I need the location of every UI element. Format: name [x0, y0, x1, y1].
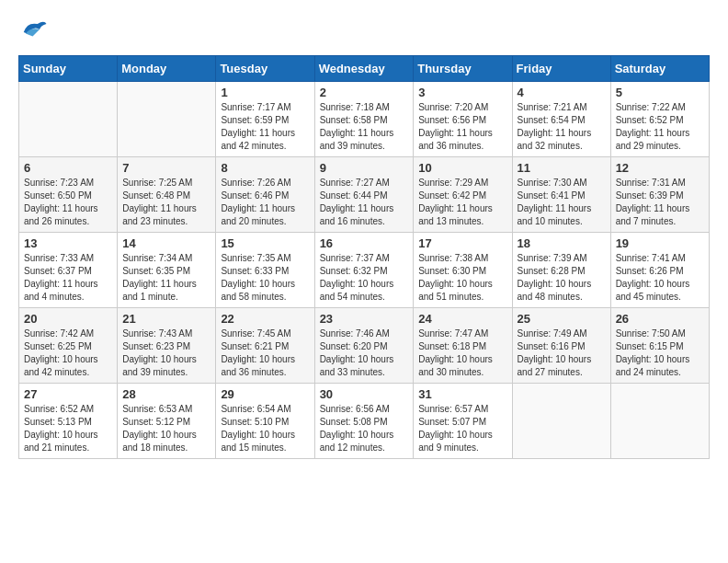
day-info: Sunrise: 6:52 AMSunset: 5:13 PMDaylight:…	[24, 403, 112, 454]
day-number: 18	[518, 236, 606, 250]
day-number: 25	[518, 312, 606, 326]
day-info: Sunrise: 7:37 AMSunset: 6:32 PMDaylight:…	[320, 252, 409, 304]
day-number: 27	[24, 387, 112, 401]
day-info: Sunrise: 6:56 AMSunset: 5:08 PMDaylight:…	[320, 403, 409, 454]
day-info: Sunrise: 7:20 AMSunset: 6:56 PMDaylight:…	[418, 101, 506, 153]
header-monday: Monday	[118, 56, 216, 82]
calendar-cell: 28Sunrise: 6:53 AMSunset: 5:12 PMDayligh…	[118, 384, 216, 459]
day-info: Sunrise: 7:29 AMSunset: 6:42 PMDaylight:…	[418, 177, 506, 228]
day-info: Sunrise: 7:39 AMSunset: 6:28 PMDaylight:…	[518, 252, 606, 304]
day-number: 17	[418, 236, 506, 250]
day-info: Sunrise: 7:49 AMSunset: 6:16 PMDaylight:…	[518, 327, 606, 379]
day-number: 30	[320, 387, 409, 401]
header-friday: Friday	[512, 56, 610, 82]
calendar-cell: 25Sunrise: 7:49 AMSunset: 6:16 PMDayligh…	[512, 308, 610, 384]
logo-bird-icon	[20, 18, 48, 40]
calendar-cell: 1Sunrise: 7:17 AMSunset: 6:59 PMDaylight…	[216, 82, 314, 157]
calendar-cell: 10Sunrise: 7:29 AMSunset: 6:42 PMDayligh…	[414, 157, 512, 233]
calendar-cell: 5Sunrise: 7:22 AMSunset: 6:52 PMDaylight…	[610, 82, 709, 157]
day-number: 29	[221, 387, 309, 401]
day-number: 8	[221, 161, 309, 175]
day-number: 13	[24, 236, 112, 250]
day-info: Sunrise: 7:50 AMSunset: 6:15 PMDaylight:…	[616, 327, 704, 379]
calendar-week-3: 13Sunrise: 7:33 AMSunset: 6:37 PMDayligh…	[19, 233, 710, 308]
calendar-cell	[118, 82, 216, 157]
day-info: Sunrise: 7:27 AMSunset: 6:44 PMDaylight:…	[320, 177, 409, 228]
calendar-cell: 17Sunrise: 7:38 AMSunset: 6:30 PMDayligh…	[414, 233, 512, 308]
calendar-cell: 4Sunrise: 7:21 AMSunset: 6:54 PMDaylight…	[512, 82, 610, 157]
day-info: Sunrise: 6:54 AMSunset: 5:10 PMDaylight:…	[221, 403, 309, 454]
day-info: Sunrise: 7:34 AMSunset: 6:35 PMDaylight:…	[122, 252, 210, 304]
day-info: Sunrise: 7:31 AMSunset: 6:39 PMDaylight:…	[616, 177, 704, 228]
day-info: Sunrise: 7:42 AMSunset: 6:25 PMDaylight:…	[24, 327, 112, 379]
calendar-cell: 2Sunrise: 7:18 AMSunset: 6:58 PMDaylight…	[314, 82, 414, 157]
day-info: Sunrise: 7:21 AMSunset: 6:54 PMDaylight:…	[518, 101, 606, 153]
day-info: Sunrise: 6:57 AMSunset: 5:07 PMDaylight:…	[418, 403, 506, 454]
day-number: 10	[418, 161, 506, 175]
day-info: Sunrise: 6:53 AMSunset: 5:12 PMDaylight:…	[122, 403, 210, 454]
day-number: 12	[616, 161, 704, 175]
day-info: Sunrise: 7:45 AMSunset: 6:21 PMDaylight:…	[221, 327, 309, 379]
day-info: Sunrise: 7:30 AMSunset: 6:41 PMDaylight:…	[518, 177, 606, 228]
day-info: Sunrise: 7:23 AMSunset: 6:50 PMDaylight:…	[24, 177, 112, 228]
day-number: 16	[320, 236, 409, 250]
day-number: 28	[122, 387, 210, 401]
calendar-cell: 27Sunrise: 6:52 AMSunset: 5:13 PMDayligh…	[19, 384, 118, 459]
day-info: Sunrise: 7:46 AMSunset: 6:20 PMDaylight:…	[320, 327, 409, 379]
calendar-cell: 18Sunrise: 7:39 AMSunset: 6:28 PMDayligh…	[512, 233, 610, 308]
calendar-cell: 14Sunrise: 7:34 AMSunset: 6:35 PMDayligh…	[118, 233, 216, 308]
header-sunday: Sunday	[19, 56, 118, 82]
day-info: Sunrise: 7:38 AMSunset: 6:30 PMDaylight:…	[418, 252, 506, 304]
page-header	[18, 18, 710, 40]
header-wednesday: Wednesday	[314, 56, 414, 82]
calendar-cell: 23Sunrise: 7:46 AMSunset: 6:20 PMDayligh…	[314, 308, 414, 384]
day-info: Sunrise: 7:41 AMSunset: 6:26 PMDaylight:…	[616, 252, 704, 304]
header-thursday: Thursday	[414, 56, 512, 82]
calendar-week-2: 6Sunrise: 7:23 AMSunset: 6:50 PMDaylight…	[19, 157, 710, 233]
header-tuesday: Tuesday	[216, 56, 314, 82]
calendar-cell: 29Sunrise: 6:54 AMSunset: 5:10 PMDayligh…	[216, 384, 314, 459]
day-number: 24	[418, 312, 506, 326]
calendar-week-5: 27Sunrise: 6:52 AMSunset: 5:13 PMDayligh…	[19, 384, 710, 459]
calendar-cell	[512, 384, 610, 459]
calendar-cell	[19, 82, 118, 157]
day-number: 15	[221, 236, 309, 250]
day-info: Sunrise: 7:47 AMSunset: 6:18 PMDaylight:…	[418, 327, 506, 379]
day-number: 7	[122, 161, 210, 175]
day-number: 1	[221, 86, 309, 99]
calendar-cell: 31Sunrise: 6:57 AMSunset: 5:07 PMDayligh…	[414, 384, 512, 459]
day-number: 11	[518, 161, 606, 175]
calendar-cell: 12Sunrise: 7:31 AMSunset: 6:39 PMDayligh…	[610, 157, 709, 233]
day-number: 20	[24, 312, 112, 326]
logo	[18, 18, 48, 40]
calendar-cell: 6Sunrise: 7:23 AMSunset: 6:50 PMDaylight…	[19, 157, 118, 233]
day-info: Sunrise: 7:26 AMSunset: 6:46 PMDaylight:…	[221, 177, 309, 228]
day-info: Sunrise: 7:17 AMSunset: 6:59 PMDaylight:…	[221, 101, 309, 153]
calendar-cell: 7Sunrise: 7:25 AMSunset: 6:48 PMDaylight…	[118, 157, 216, 233]
day-info: Sunrise: 7:18 AMSunset: 6:58 PMDaylight:…	[320, 101, 409, 153]
calendar-cell: 20Sunrise: 7:42 AMSunset: 6:25 PMDayligh…	[19, 308, 118, 384]
day-info: Sunrise: 7:25 AMSunset: 6:48 PMDaylight:…	[122, 177, 210, 228]
calendar-cell: 19Sunrise: 7:41 AMSunset: 6:26 PMDayligh…	[610, 233, 709, 308]
calendar-cell: 22Sunrise: 7:45 AMSunset: 6:21 PMDayligh…	[216, 308, 314, 384]
day-number: 21	[122, 312, 210, 326]
calendar-cell: 11Sunrise: 7:30 AMSunset: 6:41 PMDayligh…	[512, 157, 610, 233]
calendar-cell: 13Sunrise: 7:33 AMSunset: 6:37 PMDayligh…	[19, 233, 118, 308]
calendar-cell: 24Sunrise: 7:47 AMSunset: 6:18 PMDayligh…	[414, 308, 512, 384]
day-number: 4	[518, 86, 606, 99]
day-number: 23	[320, 312, 409, 326]
calendar-week-1: 1Sunrise: 7:17 AMSunset: 6:59 PMDaylight…	[19, 82, 710, 157]
calendar-cell: 21Sunrise: 7:43 AMSunset: 6:23 PMDayligh…	[118, 308, 216, 384]
calendar-cell: 15Sunrise: 7:35 AMSunset: 6:33 PMDayligh…	[216, 233, 314, 308]
day-info: Sunrise: 7:22 AMSunset: 6:52 PMDaylight:…	[616, 101, 704, 153]
day-number: 9	[320, 161, 409, 175]
day-number: 2	[320, 86, 409, 99]
day-number: 5	[616, 86, 704, 99]
day-info: Sunrise: 7:33 AMSunset: 6:37 PMDaylight:…	[24, 252, 112, 304]
calendar-cell: 8Sunrise: 7:26 AMSunset: 6:46 PMDaylight…	[216, 157, 314, 233]
day-info: Sunrise: 7:43 AMSunset: 6:23 PMDaylight:…	[122, 327, 210, 379]
day-number: 3	[418, 86, 506, 99]
calendar-cell: 30Sunrise: 6:56 AMSunset: 5:08 PMDayligh…	[314, 384, 414, 459]
day-info: Sunrise: 7:35 AMSunset: 6:33 PMDaylight:…	[221, 252, 309, 304]
calendar-cell: 3Sunrise: 7:20 AMSunset: 6:56 PMDaylight…	[414, 82, 512, 157]
